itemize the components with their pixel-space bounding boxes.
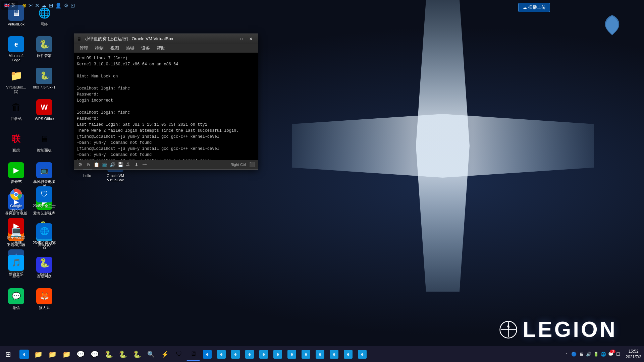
icon-wechat[interactable]: 💬 微信 (3, 286, 30, 316)
taskbar-security[interactable]: 🛡 (172, 348, 186, 361)
notification-count: 3 (610, 350, 615, 353)
icon-google-chrome[interactable]: Google Chrome (3, 184, 30, 215)
taskbar: ⊞ e 📁 📁 📁 💬 💬 (0, 346, 644, 362)
taskbar-python3[interactable]: 🐍 (130, 348, 144, 361)
menu-hotkeys[interactable]: 热键 (123, 45, 137, 52)
taskbar-ie12[interactable]: e (356, 348, 369, 361)
icon-huarenjie[interactable]: 🦊 猫人系 (31, 286, 58, 316)
lenovo-bird-logo (600, 13, 624, 37)
icon-vbox-folder[interactable]: 📁 VirtualBox... (1) (3, 66, 30, 96)
status-icon-2[interactable]: 🖱 (85, 161, 92, 168)
icon-lenovo[interactable]: 联 联想 (3, 129, 30, 159)
taskbar-folder2[interactable]: 📁 (46, 348, 59, 361)
taskbar-ie3[interactable]: e (229, 348, 242, 361)
taskbar-thunder[interactable]: ⚡ (158, 348, 172, 361)
status-icon-4[interactable]: 📺 (101, 161, 108, 168)
terminal-line-11: Password: (77, 116, 255, 122)
taskbar-ie11[interactable]: e (341, 348, 355, 361)
menu-manage[interactable]: 管理 (77, 45, 91, 52)
icon-2345-security[interactable]: 🛡 2345安全卫士 (31, 184, 58, 215)
icon-ban1[interactable]: 🐍 ban1 (31, 253, 58, 283)
taskbar-ie10[interactable]: e (327, 348, 341, 361)
status-icon-1[interactable]: ⚙ (77, 161, 84, 168)
taskbar-search[interactable]: 🔍 (144, 348, 158, 361)
status-icon-5[interactable]: 🔊 (109, 161, 116, 168)
notification-area: 💬 3 (607, 351, 614, 358)
menu-view[interactable]: 视图 (108, 45, 122, 52)
taskbar-ie9[interactable]: e (313, 348, 327, 361)
minimize-button[interactable]: ─ (228, 35, 236, 43)
terminal-line-12: Last failed login: Sat Jul 3 15:11:05 CS… (77, 122, 255, 128)
icon-control-panel[interactable]: 🖥 控制面板 (31, 129, 58, 159)
desktop-icons-grid: 🖥 VirtualBox 🌐 网络 e Microsoft Edge 🐍 软件管… (0, 0, 72, 346)
taskbar-ie5[interactable]: e (257, 348, 270, 361)
close-button[interactable]: ✕ (247, 35, 255, 43)
tray-expand-button[interactable]: ^ (563, 348, 570, 361)
taskbar-ie2[interactable]: e (215, 348, 228, 361)
svg-marker-0 (416, 0, 470, 292)
tray-icon-network[interactable]: 🌐 (600, 351, 607, 358)
taskbar-folder3[interactable]: 📁 (60, 348, 73, 361)
icon-python-soft-label: 软件管家 (37, 54, 52, 58)
status-icon-7[interactable]: 🖧 (125, 161, 132, 168)
icon-2345-browser[interactable]: 🌐 2345加速浏览器 (31, 221, 58, 251)
taskbar-wechat2[interactable]: 💬 (88, 348, 101, 361)
icon-hello-label: hello (83, 174, 91, 178)
status-icon-6[interactable]: 💾 (117, 161, 124, 168)
top-bar-icons: ⊕ ✂ ✕ ☁ ⊞ 👤 ⚙ ⊡ (22, 2, 75, 9)
tray-icon-speaker[interactable]: 🔊 (585, 351, 592, 358)
taskbar-ie1[interactable]: e (201, 348, 214, 361)
tray-area: ^ 🔵 🖥 🔊 🔋 🌐 💬 3 ☐ (562, 348, 623, 361)
terminal-line-14: [fishc@localhost ~]$ yum-y install gcc g… (77, 134, 255, 140)
tray-icon-3[interactable]: 🔋 (593, 351, 599, 358)
menu-control[interactable]: 控制 (92, 45, 106, 52)
terminal-line-5 (77, 79, 255, 85)
menu-devices[interactable]: 设备 (139, 45, 153, 52)
vbox-terminal[interactable]: CentOS Linux 7 (Core) Kernel 3.10.0-1160… (74, 53, 258, 160)
status-icon-9[interactable]: ⭢ (141, 161, 148, 168)
icon-recycle[interactable]: 🗑 回收站 (3, 97, 30, 127)
taskbar-ie6[interactable]: e (271, 348, 284, 361)
status-icon-3[interactable]: 📋 (93, 161, 100, 168)
icon-2345-browser-label: 2345加速浏览器 (32, 241, 56, 249)
taskbar-ie7[interactable]: e (285, 348, 299, 361)
icon-edge[interactable]: e Microsoft Edge (3, 34, 30, 64)
taskbar-clock[interactable]: 15:52 2021/7/3 (623, 349, 644, 360)
terminal-line-7: Password: (77, 92, 255, 98)
taskbar-items: e 📁 📁 📁 💬 💬 🐍 (16, 348, 562, 361)
taskbar-edge[interactable]: e (17, 348, 31, 361)
tool4-icon: ⊞ (49, 2, 53, 9)
terminal-line-17: -bash: yum-y: command not found (77, 152, 255, 158)
icon-iqiyi-label: 爱奇艺 (11, 180, 22, 184)
taskbar-python1[interactable]: 🐍 (102, 348, 115, 361)
clock-date: 2021/7/3 (626, 354, 641, 360)
start-button[interactable]: ⊞ (0, 346, 16, 362)
upload-icon: ☁ (523, 5, 527, 10)
icon-wps[interactable]: W WPS Office (31, 97, 58, 127)
icon-lenovo-label: 联想 (12, 148, 20, 153)
tray-icon-2[interactable]: 🖥 (578, 351, 585, 358)
taskbar-ie4[interactable]: e (243, 348, 256, 361)
language-label: 英 (11, 2, 15, 8)
taskbar-folder1[interactable]: 📁 (32, 348, 45, 361)
action-center-icon[interactable]: ☐ (615, 351, 622, 358)
taskbar-python2[interactable]: 🐍 (116, 348, 129, 361)
icon-kugou[interactable]: 🎵 酷狗音乐 (3, 253, 30, 283)
vbox-title-text: 小甲鱼的窝 [正在运行] - Oracle VM VirtualBox (85, 36, 225, 42)
virtualbox-window: 🖥 小甲鱼的窝 [正在运行] - Oracle VM VirtualBox ─ … (74, 34, 258, 170)
start-icon: ⊞ (5, 350, 11, 358)
taskbar-wechat1[interactable]: 💬 (74, 348, 87, 361)
tray-icon-1[interactable]: 🔵 (571, 351, 577, 358)
taskbar-vm[interactable]: 🖥 (186, 348, 200, 361)
taskbar-ie8[interactable]: e (299, 348, 313, 361)
upload-button[interactable]: ☁ 插播上传 (518, 3, 550, 12)
icon-python-soft[interactable]: 🐍 软件管家 (31, 34, 58, 64)
icon-003[interactable]: 🐍 003 7.3-fuxi-1 (31, 66, 58, 96)
status-icon-8[interactable]: ⬇ (133, 161, 140, 168)
star-icon: ⊕ (22, 2, 26, 9)
terminal-line-3 (77, 67, 255, 73)
icon-this-pc[interactable]: 💻 此电脑 (3, 221, 30, 251)
menu-help[interactable]: 帮助 (154, 45, 168, 52)
maximize-button[interactable]: □ (237, 35, 246, 43)
clock-time: 15:52 (626, 349, 641, 354)
